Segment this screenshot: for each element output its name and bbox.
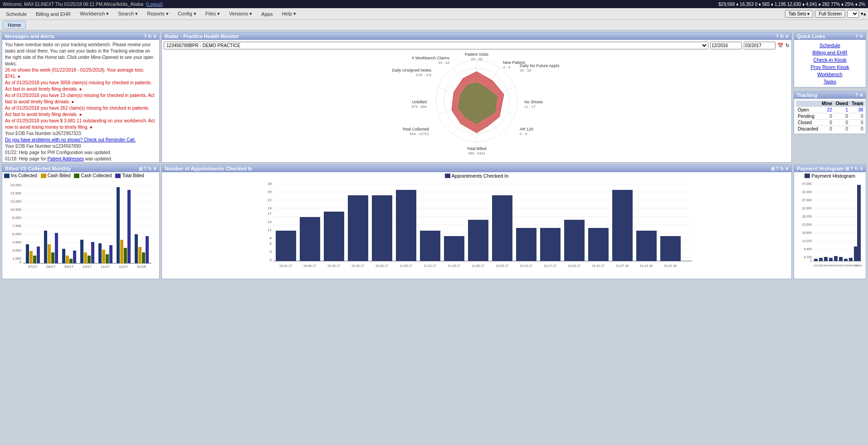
billed-panel: Billed VS Collected Monthly ⊞ ? ↻ ✕ Ins … [2,164,160,279]
quick-link-prov[interactable]: Prov Room Kiosk [796,63,864,71]
menu-search[interactable]: Search ▾ [114,10,142,18]
svg-text:10-01-17: 10-01-17 [279,264,292,267]
bar-ins-2 [62,249,65,263]
bar-ins-5 [117,187,120,263]
tracking-close-icon[interactable]: ✕ [859,93,863,98]
menu-config[interactable]: Config ▾ [174,10,200,18]
legend-total-billed: Total Billed [115,173,144,178]
appt-bar-11 [540,228,561,261]
menu-help[interactable]: Help ▾ [278,10,300,18]
logout-link[interactable]: (Logout) [146,2,163,7]
quick-link-billing[interactable]: Billing and EHR [796,49,864,56]
svg-text:08/17: 08/17 [46,265,56,269]
tracking-title: Tracking [797,92,817,98]
radar-date1-input[interactable] [710,42,742,49]
tracking-row-open: Open 22 1 38 [796,107,865,113]
quick-links-close-icon[interactable]: ✕ [859,34,863,39]
svg-text:700: 700 [844,264,848,267]
billed-refresh-icon[interactable]: ↻ [148,166,151,171]
bar-ins-0 [26,244,29,263]
radar-header-icons: ? ↻ ✕ [776,34,789,39]
appt-help-icon[interactable]: ? [776,166,779,171]
tracking-label-open: Open [796,107,820,113]
svg-text:11-12-17: 11-12-17 [424,264,436,267]
svg-text:Total Billed: Total Billed [467,146,487,151]
appt-refresh-icon[interactable]: ↻ [780,166,784,171]
radar-close-icon[interactable]: ✕ [785,34,789,39]
top-row: Messages and Alerts ? ↻ ✕ You have overd… [2,32,866,163]
tab-sets-button[interactable]: Tab Sets ▾ [785,10,814,18]
legend-cashc-box [74,174,79,178]
appt-bar-16 [660,236,681,261]
svg-text:Patient Visits: Patient Visits [465,52,488,57]
menu-versions[interactable]: Versions ▾ [225,10,256,18]
radar-help-icon[interactable]: ? [776,34,779,39]
legend-totalb-box [115,174,121,178]
quick-links-icons: ? ✕ [855,34,863,39]
tracking-mine-open[interactable]: 22 [820,107,834,113]
msg-2: As of 01/25/2018 you have 3058 claim(s) … [5,80,156,92]
appt-expand-icon[interactable]: ⊞ [771,166,775,171]
payment-refresh-icon[interactable]: ↻ [854,166,858,171]
full-screen-button[interactable]: Full Screen [815,10,845,18]
messages-panel: Messages and Alerts ? ↻ ✕ You have overd… [2,32,160,163]
svg-text:28,200: 28,200 [802,215,812,218]
svg-text:22: 22 [268,198,272,202]
radar-refresh-btn[interactable]: ↻ [785,43,790,48]
payment-svg: 47,000 42,300 37,600 32,900 28,200 23,50… [796,179,863,270]
tracking-help-icon[interactable]: ? [855,93,858,98]
payment-close-icon[interactable]: ✕ [859,166,863,171]
bar-cashc-4 [106,254,109,263]
messages-refresh-icon[interactable]: ↻ [148,34,151,39]
expand-icon[interactable]: ▾▴ [861,11,866,17]
home-tab-bar: Home [0,20,868,30]
messages-help-icon[interactable]: ? [144,34,146,39]
legend-cash-collected: Cash Collected [74,173,112,178]
menu-schedule[interactable]: Schedule [2,10,31,18]
radar-refresh-icon[interactable]: ↻ [780,34,784,39]
quick-link-checkin[interactable]: Check-in Kiosk [796,56,864,63]
menu-files[interactable]: Files ▾ [201,10,224,18]
billed-expand-icon[interactable]: ⊞ [139,166,142,171]
tracking-header: Tracking ? ✕ [794,92,866,99]
svg-text:4,500: 4,500 [12,240,22,244]
radar-practice-select[interactable]: 123456789BPR - DEMO PRACTICE [164,42,708,49]
payment-expand-icon[interactable]: ⊞ [845,166,849,171]
quick-link-tasks[interactable]: Tasks [796,78,864,85]
svg-text:01-21-18: 01-21-18 [664,264,677,267]
bar-cashb-0 [29,251,33,263]
tracking-team-open[interactable]: 38 [850,107,865,113]
menu-reports[interactable]: Reports ▾ [143,10,173,18]
svg-text:0: 0 [20,260,22,264]
radar-calendar-icon[interactable]: 📅 [777,43,784,48]
msg-7[interactable]: Do you have problems with no shows? Chec… [5,137,156,143]
payment-help-icon[interactable]: ? [850,166,853,171]
payment-chart-container: Payment Histogram 47,000 42,300 37,600 3… [794,172,866,272]
svg-text:0: 0 [810,259,812,262]
messages-close-icon[interactable]: ✕ [153,34,156,39]
home-tab-button[interactable]: Home [3,21,26,29]
menu-workbench[interactable]: Workbench ▾ [76,10,113,18]
legend-cashc-label: Cash Collected [81,173,112,178]
radar-date2-input[interactable] [744,42,775,49]
tracking-owed-open[interactable]: 1 [834,107,850,113]
quick-link-schedule[interactable]: Schedule [796,42,864,49]
svg-text:47,000: 47,000 [802,182,812,185]
billed-close-icon[interactable]: ✕ [153,166,156,171]
bar-cashb-2 [66,256,69,263]
billed-help-icon[interactable]: ? [144,166,146,171]
menu-apps[interactable]: Apps [257,10,277,18]
appt-close-icon[interactable]: ✕ [785,166,789,171]
menu-billing[interactable]: Billing and EHR [32,10,75,18]
quick-link-workbench[interactable]: Workbench [796,71,864,78]
svg-text:12/17: 12/17 [119,265,128,269]
msg-10: 01/18: Help page for Patient Addresses w… [5,156,156,162]
svg-text:20 - 18: 20 - 18 [520,68,531,73]
svg-text:9,000: 9,000 [12,216,22,220]
quick-links-help-icon[interactable]: ? [855,34,858,39]
svg-text:7,500: 7,500 [12,224,22,228]
screen-select[interactable] [847,10,859,18]
tracking-table: Mine Owed Team Open 22 1 38 [796,101,865,132]
payment-title: Payment Histogram [797,166,844,171]
tracking-team-discarded: 0 [850,126,865,132]
